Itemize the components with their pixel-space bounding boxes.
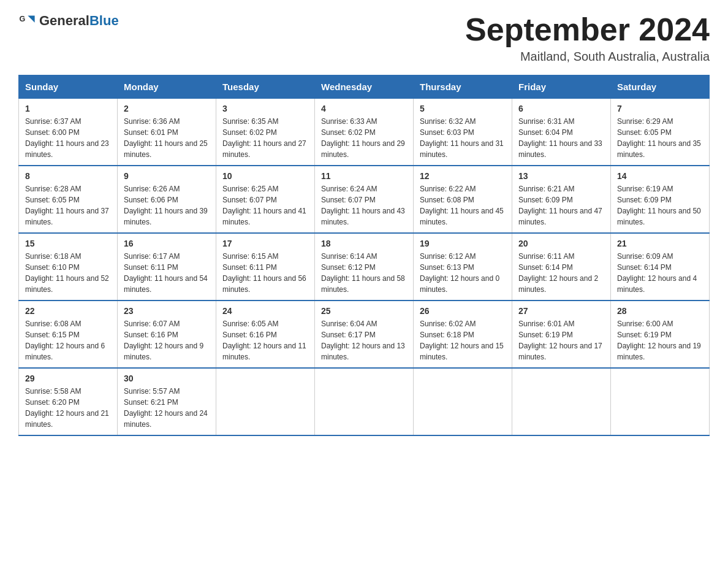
day-info: Sunrise: 6:00 AMSunset: 6:19 PMDaylight:… [617, 318, 703, 362]
day-number: 15 [25, 239, 111, 248]
day-info: Sunrise: 5:57 AMSunset: 6:21 PMDaylight:… [124, 386, 210, 430]
day-cell [414, 368, 512, 435]
day-cell: 3 Sunrise: 6:35 AMSunset: 6:02 PMDayligh… [216, 99, 315, 166]
day-info: Sunrise: 6:14 AMSunset: 6:12 PMDaylight:… [321, 251, 407, 295]
day-number: 11 [321, 171, 407, 181]
day-cell: 22 Sunrise: 6:08 AMSunset: 6:15 PMDaylig… [19, 301, 118, 368]
day-number: 16 [124, 239, 210, 248]
day-cell: 26 Sunrise: 6:02 AMSunset: 6:18 PMDaylig… [414, 301, 512, 368]
day-cell: 5 Sunrise: 6:32 AMSunset: 6:03 PMDayligh… [414, 99, 512, 166]
day-cell [216, 368, 315, 435]
day-cell: 24 Sunrise: 6:05 AMSunset: 6:16 PMDaylig… [216, 301, 315, 368]
week-row-2: 8 Sunrise: 6:28 AMSunset: 6:05 PMDayligh… [19, 166, 710, 233]
day-number: 20 [518, 239, 604, 248]
day-number: 28 [617, 306, 703, 316]
day-cell: 15 Sunrise: 6:18 AMSunset: 6:10 PMDaylig… [19, 233, 118, 301]
day-number: 29 [25, 373, 111, 383]
day-cell [611, 368, 710, 435]
day-info: Sunrise: 6:35 AMSunset: 6:02 PMDaylight:… [222, 116, 308, 160]
day-info: Sunrise: 6:37 AMSunset: 6:00 PMDaylight:… [25, 116, 111, 160]
week-row-1: 1 Sunrise: 6:37 AMSunset: 6:00 PMDayligh… [19, 99, 710, 166]
day-cell: 30 Sunrise: 5:57 AMSunset: 6:21 PMDaylig… [118, 368, 216, 435]
day-cell: 19 Sunrise: 6:12 AMSunset: 6:13 PMDaylig… [414, 233, 512, 301]
header-day-thursday: Thursday [414, 75, 512, 99]
logo-icon: G [18, 12, 36, 29]
day-cell: 6 Sunrise: 6:31 AMSunset: 6:04 PMDayligh… [512, 99, 611, 166]
day-number: 24 [222, 306, 308, 316]
day-number: 12 [420, 171, 506, 181]
day-info: Sunrise: 6:18 AMSunset: 6:10 PMDaylight:… [25, 251, 111, 295]
day-info: Sunrise: 6:26 AMSunset: 6:06 PMDaylight:… [124, 183, 210, 228]
day-info: Sunrise: 6:24 AMSunset: 6:07 PMDaylight:… [321, 183, 407, 228]
day-number: 13 [518, 171, 604, 181]
day-cell: 9 Sunrise: 6:26 AMSunset: 6:06 PMDayligh… [118, 166, 216, 233]
day-number: 18 [321, 239, 407, 248]
day-info: Sunrise: 6:19 AMSunset: 6:09 PMDaylight:… [617, 183, 703, 228]
header-day-monday: Monday [118, 75, 216, 99]
logo-text: GeneralBlue [39, 13, 119, 29]
day-number: 17 [222, 239, 308, 248]
day-number: 6 [518, 104, 604, 113]
day-info: Sunrise: 6:09 AMSunset: 6:14 PMDaylight:… [617, 251, 703, 295]
day-info: Sunrise: 6:02 AMSunset: 6:18 PMDaylight:… [420, 318, 506, 362]
day-number: 26 [420, 306, 506, 316]
week-row-4: 22 Sunrise: 6:08 AMSunset: 6:15 PMDaylig… [19, 301, 710, 368]
day-number: 23 [124, 306, 210, 316]
logo-general: General [39, 13, 89, 28]
day-cell: 18 Sunrise: 6:14 AMSunset: 6:12 PMDaylig… [315, 233, 414, 301]
day-info: Sunrise: 6:32 AMSunset: 6:03 PMDaylight:… [420, 116, 506, 160]
day-info: Sunrise: 6:05 AMSunset: 6:16 PMDaylight:… [222, 318, 308, 362]
day-info: Sunrise: 6:22 AMSunset: 6:08 PMDaylight:… [420, 183, 506, 228]
title-section: September 2024 Maitland, South Australia… [465, 12, 710, 64]
day-number: 4 [321, 104, 407, 113]
day-info: Sunrise: 6:33 AMSunset: 6:02 PMDaylight:… [321, 116, 407, 160]
day-number: 8 [25, 171, 111, 181]
day-cell: 21 Sunrise: 6:09 AMSunset: 6:14 PMDaylig… [611, 233, 710, 301]
day-cell: 1 Sunrise: 6:37 AMSunset: 6:00 PMDayligh… [19, 99, 118, 166]
logo: G GeneralBlue [18, 12, 119, 29]
day-cell: 25 Sunrise: 6:04 AMSunset: 6:17 PMDaylig… [315, 301, 414, 368]
day-info: Sunrise: 5:58 AMSunset: 6:20 PMDaylight:… [25, 386, 111, 430]
logo-blue: Blue [89, 13, 119, 28]
svg-marker-1 [28, 16, 34, 23]
day-number: 21 [617, 239, 703, 248]
header-day-sunday: Sunday [19, 75, 118, 99]
day-cell: 11 Sunrise: 6:24 AMSunset: 6:07 PMDaylig… [315, 166, 414, 233]
day-info: Sunrise: 6:12 AMSunset: 6:13 PMDaylight:… [420, 251, 506, 295]
header-day-saturday: Saturday [611, 75, 710, 99]
day-cell: 12 Sunrise: 6:22 AMSunset: 6:08 PMDaylig… [414, 166, 512, 233]
day-cell: 10 Sunrise: 6:25 AMSunset: 6:07 PMDaylig… [216, 166, 315, 233]
day-cell: 13 Sunrise: 6:21 AMSunset: 6:09 PMDaylig… [512, 166, 611, 233]
header-day-friday: Friday [512, 75, 611, 99]
month-title: September 2024 [465, 12, 710, 47]
day-cell: 28 Sunrise: 6:00 AMSunset: 6:19 PMDaylig… [611, 301, 710, 368]
day-info: Sunrise: 6:21 AMSunset: 6:09 PMDaylight:… [518, 183, 604, 228]
day-info: Sunrise: 6:17 AMSunset: 6:11 PMDaylight:… [124, 251, 210, 295]
day-cell: 4 Sunrise: 6:33 AMSunset: 6:02 PMDayligh… [315, 99, 414, 166]
day-cell: 2 Sunrise: 6:36 AMSunset: 6:01 PMDayligh… [118, 99, 216, 166]
day-cell: 20 Sunrise: 6:11 AMSunset: 6:14 PMDaylig… [512, 233, 611, 301]
day-number: 22 [25, 306, 111, 316]
day-cell: 7 Sunrise: 6:29 AMSunset: 6:05 PMDayligh… [611, 99, 710, 166]
day-number: 27 [518, 306, 604, 316]
day-number: 30 [124, 373, 210, 383]
day-info: Sunrise: 6:11 AMSunset: 6:14 PMDaylight:… [518, 251, 604, 295]
day-cell [315, 368, 414, 435]
day-cell: 16 Sunrise: 6:17 AMSunset: 6:11 PMDaylig… [118, 233, 216, 301]
day-info: Sunrise: 6:25 AMSunset: 6:07 PMDaylight:… [222, 183, 308, 228]
day-cell [512, 368, 611, 435]
calendar-table: SundayMondayTuesdayWednesdayThursdayFrid… [18, 75, 710, 436]
header-row: SundayMondayTuesdayWednesdayThursdayFrid… [19, 75, 710, 99]
day-cell: 27 Sunrise: 6:01 AMSunset: 6:19 PMDaylig… [512, 301, 611, 368]
day-cell: 29 Sunrise: 5:58 AMSunset: 6:20 PMDaylig… [19, 368, 118, 435]
day-number: 5 [420, 104, 506, 113]
header-day-wednesday: Wednesday [315, 75, 414, 99]
day-cell: 14 Sunrise: 6:19 AMSunset: 6:09 PMDaylig… [611, 166, 710, 233]
week-row-3: 15 Sunrise: 6:18 AMSunset: 6:10 PMDaylig… [19, 233, 710, 301]
day-info: Sunrise: 6:01 AMSunset: 6:19 PMDaylight:… [518, 318, 604, 362]
day-info: Sunrise: 6:36 AMSunset: 6:01 PMDaylight:… [124, 116, 210, 160]
day-info: Sunrise: 6:28 AMSunset: 6:05 PMDaylight:… [25, 183, 111, 228]
svg-text:G: G [19, 15, 25, 23]
page-header: G GeneralBlue September 2024 Maitland, S… [18, 12, 710, 64]
day-number: 7 [617, 104, 703, 113]
